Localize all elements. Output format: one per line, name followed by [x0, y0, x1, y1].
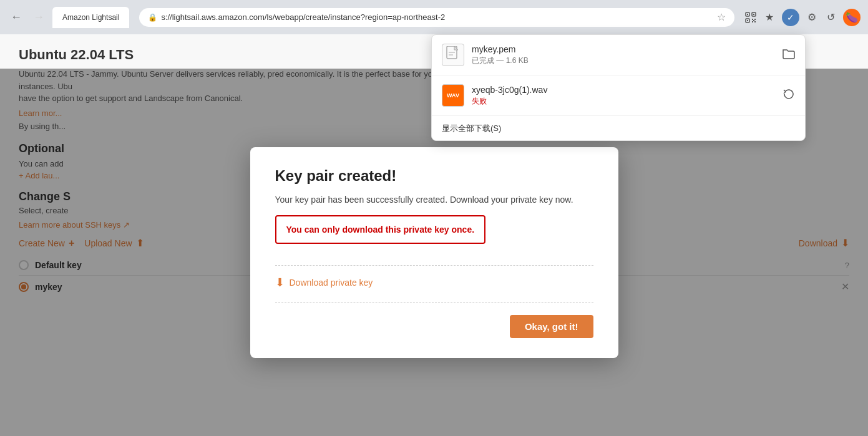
open-folder-icon[interactable] — [783, 48, 795, 62]
svg-rect-8 — [752, 21, 753, 22]
browser-menu-icon[interactable]: 🍆 — [843, 9, 861, 26]
star-icon[interactable]: ★ — [763, 11, 776, 24]
svg-rect-1 — [747, 14, 748, 15]
modal-footer: Okay, got it! — [275, 315, 593, 338]
svg-rect-9 — [754, 21, 756, 22]
wav-filename: xyeqb-3jc0g(1).wav — [472, 85, 775, 95]
download-item-wav: WAV xyeqb-3jc0g(1).wav 失败 — [432, 75, 805, 116]
history-back-icon[interactable]: ↺ — [824, 11, 837, 24]
forward-button[interactable]: → — [30, 9, 47, 26]
keypair-modal: Key pair created! Your key pair has been… — [250, 147, 618, 358]
browser-chrome: ← → Amazon Lightsail 🔒 s://lightsail.aws… — [0, 0, 868, 34]
modal-warning-text: You can only download this private key o… — [286, 225, 475, 235]
lock-icon: 🔒 — [148, 13, 157, 22]
svg-rect-7 — [754, 19, 756, 20]
download-private-key-link[interactable]: ⬇ Download private key — [275, 276, 593, 289]
download-panel-footer: 显示全部下载(S) — [432, 116, 805, 140]
download-panel: mykey.pem 已完成 — 1.6 KB WAV xyeqb-3jc0g(1… — [431, 34, 806, 141]
modal-divider-bottom — [275, 302, 593, 303]
svg-rect-10 — [753, 20, 754, 21]
svg-rect-3 — [753, 14, 754, 15]
pem-status: 已完成 — 1.6 KB — [472, 56, 775, 66]
download-key-label: Download private key — [290, 278, 373, 288]
retry-icon[interactable] — [783, 88, 795, 104]
tab-label: Amazon Lightsail — [62, 13, 119, 22]
modal-divider-top — [275, 265, 593, 266]
svg-rect-5 — [747, 20, 748, 21]
pem-filename: mykey.pem — [472, 44, 775, 54]
browser-toolbar: ★ ✓ ⚙ ↺ 🍆 — [744, 9, 861, 26]
address-text: s://lightsail.aws.amazon.com/ls/webapp/c… — [161, 12, 445, 22]
show-all-downloads-link[interactable]: 显示全部下载(S) — [442, 124, 501, 133]
wav-status: 失败 — [472, 96, 775, 107]
okay-button[interactable]: Okay, got it! — [510, 315, 593, 338]
browser-tab[interactable]: Amazon Lightsail — [52, 7, 129, 28]
address-bar[interactable]: 🔒 s://lightsail.aws.amazon.com/ls/webapp… — [139, 8, 734, 27]
modal-warning-box: You can only download this private key o… — [275, 215, 486, 244]
svg-rect-6 — [752, 19, 753, 20]
pem-file-icon — [442, 44, 464, 66]
back-button[interactable]: ← — [7, 9, 25, 26]
modal-description: Your key pair has been successfully crea… — [275, 193, 593, 206]
extension-icon[interactable]: ✓ — [782, 9, 799, 26]
wav-file-icon: WAV — [442, 84, 464, 107]
puzzle-icon[interactable]: ⚙ — [806, 11, 818, 24]
download-item-pem: mykey.pem 已完成 — 1.6 KB — [432, 35, 805, 75]
download-key-icon: ⬇ — [275, 276, 285, 289]
modal-title: Key pair created! — [275, 167, 593, 185]
pem-download-info: mykey.pem 已完成 — 1.6 KB — [472, 44, 775, 66]
qr-icon[interactable] — [744, 11, 757, 24]
wav-download-info: xyeqb-3jc0g(1).wav 失败 — [472, 85, 775, 107]
bookmark-icon[interactable]: ☆ — [717, 11, 726, 23]
